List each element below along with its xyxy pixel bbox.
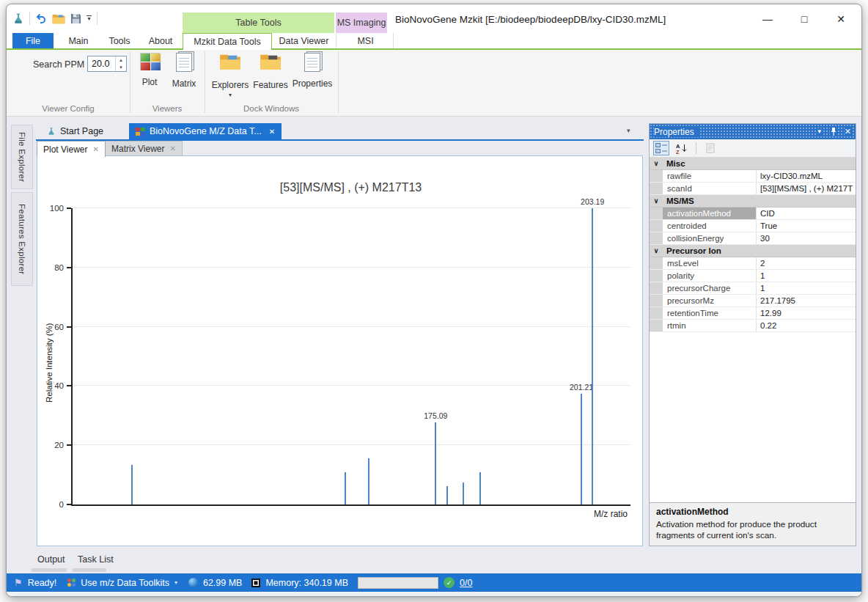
property-value[interactable]: 1 <box>757 282 856 294</box>
plot-viewer-close-icon[interactable]: ✕ <box>92 145 98 153</box>
tab-mzkit-data-tools[interactable]: Mzkit Data Tools <box>183 33 272 50</box>
window-bottom-strip <box>7 592 861 597</box>
spectrum-peak[interactable] <box>592 208 593 504</box>
tab-plot-viewer[interactable]: Plot Viewer ✕ <box>37 141 106 157</box>
status-progressbar <box>358 577 438 589</box>
property-value[interactable]: 0.22 <box>757 320 856 331</box>
property-name: precursorMz <box>663 295 757 306</box>
save-icon[interactable] <box>70 13 81 24</box>
matrix-table-icon <box>176 53 192 72</box>
peak-label: 175.09 <box>424 411 447 420</box>
title-bar: ▼ Table Tools MS Imaging BioNovoGene Mzk… <box>7 4 861 33</box>
property-value[interactable]: 2 <box>757 257 856 269</box>
spectrum-peak[interactable] <box>345 472 346 504</box>
search-ppm-value[interactable]: 20.0 <box>88 56 115 71</box>
property-value[interactable]: [53][MS/MS] , (+) M217T <box>757 183 856 194</box>
svg-text:Z: Z <box>676 149 680 154</box>
property-value[interactable]: True <box>757 220 856 232</box>
property-row[interactable]: scanId[53][MS/MS] , (+) M217T <box>650 183 856 195</box>
property-row[interactable]: collisionEnergy30 <box>650 232 856 245</box>
bottom-tab-indicator <box>32 568 67 572</box>
property-description: activationMethod Activation method for p… <box>650 502 856 546</box>
spin-up-icon[interactable]: ▲ <box>116 56 126 64</box>
doc-tab-close-icon[interactable]: ✕ <box>269 128 275 136</box>
property-row[interactable]: precursorMz217.1795 <box>650 295 856 307</box>
property-category-row[interactable]: ∨Precursor Ion <box>650 245 856 257</box>
property-row[interactable]: rawfilelxy-CID30.mzML <box>650 170 856 183</box>
spectrum-peak[interactable] <box>446 486 448 504</box>
category-collapse-icon[interactable]: ∨ <box>650 158 663 169</box>
minimize-button[interactable]: — <box>757 10 778 28</box>
categorized-icon[interactable] <box>653 141 669 155</box>
spectrum-peak[interactable] <box>131 465 133 504</box>
property-category-row[interactable]: ∨MS/MS <box>650 195 856 208</box>
search-ppm-label: Search PPM <box>33 56 84 73</box>
open-folder-icon[interactable] <box>52 13 65 24</box>
matrix-viewer-close-icon[interactable]: ✕ <box>169 144 175 153</box>
property-row[interactable]: precursorCharge1 <box>650 282 856 295</box>
alphabetical-sort-icon[interactable]: AZ <box>674 141 690 155</box>
category-collapse-icon[interactable]: ∨ <box>650 195 663 207</box>
tab-data-viewer[interactable]: Data Viewer <box>272 33 336 48</box>
spectrum-peak[interactable] <box>368 458 369 504</box>
property-name: retentionTime <box>663 307 757 319</box>
property-value[interactable]: 12.99 <box>757 307 856 319</box>
doc-tab-start-page[interactable]: Start Page <box>40 123 110 139</box>
sidebar-item-file-explorer[interactable]: File Explorer <box>11 125 33 189</box>
y-tick-label: 100 <box>40 204 64 213</box>
tab-msi[interactable]: MSI <box>338 33 394 48</box>
sidebar-item-features-explorer[interactable]: Features Explorer <box>11 192 33 286</box>
property-value[interactable]: 217.1795 <box>757 295 856 306</box>
bottom-tab-task-list[interactable]: Task List <box>78 554 114 565</box>
tab-matrix-viewer[interactable]: Matrix Viewer ✕ <box>105 141 183 156</box>
spin-down-icon[interactable]: ▼ <box>116 64 126 71</box>
mz-data-chart-icon <box>136 128 145 136</box>
property-value[interactable]: CID <box>757 208 856 219</box>
property-value[interactable]: 1 <box>757 270 856 282</box>
search-ppm-spinner[interactable]: 20.0 ▲▼ <box>87 56 127 72</box>
toolbar-separator <box>29 12 30 25</box>
property-row[interactable]: rtmin0.22 <box>650 320 856 332</box>
y-gridline <box>73 385 630 386</box>
property-grid[interactable]: ∨Miscrawfilelxy-CID30.mzMLscanId[53][MS/… <box>650 158 856 502</box>
property-value[interactable]: lxy-CID30.mzML <box>757 170 856 182</box>
close-button[interactable]: ✕ <box>831 10 851 28</box>
maximize-button[interactable]: □ <box>794 10 814 28</box>
properties-panel-header[interactable]: Properties ▼ ✕ <box>650 124 856 139</box>
spinner-arrows[interactable]: ▲▼ <box>115 56 126 71</box>
property-row[interactable]: msLevel2 <box>650 257 856 270</box>
doc-tab-mz-data[interactable]: BioNovoGene M/Z Data T... ✕ <box>129 123 282 139</box>
status-toolkit[interactable]: Use m/z Data Toolkits <box>81 578 169 588</box>
property-row[interactable]: activationMethodCID <box>650 208 856 220</box>
spectrum-peak[interactable] <box>479 472 481 504</box>
panel-close-icon[interactable]: ✕ <box>845 127 851 136</box>
tab-tools[interactable]: Tools <box>100 33 139 48</box>
property-category-row[interactable]: ∨Misc <box>650 158 856 170</box>
panel-pin-icon[interactable] <box>830 128 837 136</box>
bottom-tab-output[interactable]: Output <box>37 554 65 565</box>
doc-tabs-dropdown-icon[interactable]: ▾ <box>627 127 630 134</box>
tab-about[interactable]: About <box>140 33 181 48</box>
y-gridline <box>73 208 630 208</box>
plot-area[interactable]: 020406080100175.09201.21203.19 <box>71 208 630 506</box>
property-value[interactable]: 30 <box>757 232 856 244</box>
y-tick-mark <box>67 504 71 505</box>
app-window: ▼ Table Tools MS Imaging BioNovoGene Mzk… <box>6 4 862 597</box>
category-collapse-icon[interactable]: ∨ <box>650 245 663 257</box>
tab-main[interactable]: Main <box>59 33 98 48</box>
property-row[interactable]: polarity1 <box>650 270 856 282</box>
property-row[interactable]: centroidedTrue <box>650 220 856 232</box>
undo-icon[interactable] <box>35 12 47 24</box>
toolbar-customize-dropdown-icon[interactable]: ▼ <box>87 15 92 21</box>
explorers-dropdown-icon[interactable]: ▾ <box>209 92 251 98</box>
spectrum-peak[interactable] <box>581 394 582 505</box>
spectrum-peak[interactable] <box>463 482 464 504</box>
row-gutter <box>650 257 663 269</box>
status-task-counter[interactable]: 0/0 <box>460 578 472 588</box>
toolkit-dropdown-icon[interactable]: ▾ <box>174 579 177 586</box>
tab-file[interactable]: File <box>12 33 54 48</box>
status-ready: Ready! <box>28 578 57 588</box>
spectrum-peak[interactable] <box>435 422 436 504</box>
property-row[interactable]: retentionTime12.99 <box>650 307 856 320</box>
panel-menu-dropdown-icon[interactable]: ▼ <box>817 128 823 135</box>
